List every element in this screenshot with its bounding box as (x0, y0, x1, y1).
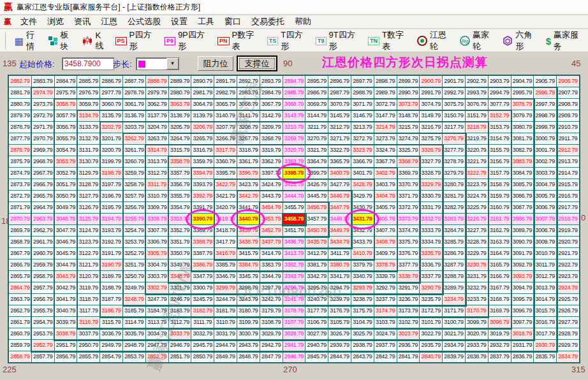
grid-cell: 2845.79 (305, 351, 328, 362)
grid-cell: 3431.79 (351, 214, 374, 224)
grid-cell: 2863.79 (9, 294, 31, 305)
grid-cell: 3178.79 (283, 305, 305, 316)
grid-cell: 2856.79 (55, 351, 77, 362)
grid-cell: 3196.79 (100, 191, 122, 201)
grid-cell: 3395.79 (214, 168, 237, 179)
grid-cell: 3213.79 (351, 122, 374, 133)
grid-cell: 3163.79 (489, 237, 511, 247)
grid-cell: 2999.79 (534, 122, 556, 133)
toolbar-button-gann-wheel[interactable]: 江恩轮 (413, 28, 456, 54)
grid-cell: 2880.79 (9, 99, 31, 110)
grid-cell: 2884.79 (55, 76, 77, 87)
grid-cell: 3245.79 (191, 294, 214, 305)
toolbar-button-9t-square[interactable]: T9 9T四方形 (312, 28, 364, 54)
grid-cell: 3060.79 (100, 99, 122, 110)
toolbar-button-quotes[interactable]: ▦ 行情 (11, 28, 45, 54)
start-price-label: 起始价格: (19, 59, 55, 70)
toolbar-button-winner-service[interactable]: $ 赢家服务 (542, 28, 588, 54)
grid-cell: 3360.79 (214, 156, 237, 167)
grid-cell: 3225.79 (466, 202, 488, 213)
grid-cell: 3310.79 (146, 191, 168, 201)
winner-wheel-icon: Big (460, 36, 470, 46)
toolbar-button-p-table[interactable]: PN P数字表 (214, 28, 263, 54)
grid-cell: 3017.79 (534, 328, 556, 339)
grid-cell: 2844.79 (328, 351, 351, 362)
menu-item-settings[interactable]: 设置 (166, 15, 193, 28)
grid-cell: 3079.79 (511, 110, 534, 121)
grid-cell: 3353.79 (169, 214, 191, 224)
grid-cell: 2837.79 (489, 351, 511, 362)
menu-item-gann[interactable]: 江恩 (96, 15, 122, 28)
grid-cell: 2897.79 (351, 76, 374, 87)
grid-cell: 3440.79 (237, 214, 260, 224)
grid-cell: 3266.79 (214, 133, 237, 144)
grid-cell: 3145.79 (328, 110, 351, 121)
grid-cell: 3424.79 (260, 179, 283, 190)
grid-cell: 3047.79 (55, 225, 77, 236)
grid-cell: 3104.79 (351, 317, 374, 328)
grid-cell: 3188.79 (100, 282, 122, 293)
grid-cell: 3417.79 (214, 237, 237, 247)
start-price-input[interactable] (62, 57, 114, 70)
grid-cell: 2977.79 (100, 87, 122, 98)
grid-cell: 2875.79 (9, 156, 31, 167)
grid-cell: 3455.79 (283, 202, 305, 213)
grid-cell: 3252.79 (123, 248, 145, 259)
resistance-button[interactable]: 阻力位 (198, 56, 233, 71)
grid-cell: 3319.79 (260, 145, 283, 156)
chevron-down-icon[interactable]: ▼ (166, 58, 179, 69)
grid-cell: 3419.79 (214, 214, 237, 224)
grid-cell: 3379.79 (351, 259, 374, 270)
grid-cell: 2975.79 (55, 87, 77, 98)
grid-cell: 3141.79 (237, 110, 260, 121)
grid-cell: 3458.79 (283, 214, 305, 224)
menu-item-stock-picker[interactable]: 公式选股 (122, 15, 166, 28)
toolbar-button-t-square[interactable]: TS T四方形 (263, 28, 312, 54)
grid-cell: 3030.79 (237, 328, 260, 339)
grid-cell: 2996.79 (534, 87, 556, 98)
menu-item-window[interactable]: 窗口 (219, 15, 246, 28)
menu-item-browse[interactable]: 浏览 (42, 15, 69, 28)
step-combobox[interactable]: ▼ (136, 57, 179, 70)
grid-cell: 3110.79 (214, 317, 237, 328)
grid-cell: 3036.79 (100, 328, 122, 339)
grid-cell: 2839.79 (443, 351, 465, 362)
grid-cell: 3309.79 (146, 202, 168, 213)
grid-cell: 3437.79 (260, 237, 283, 247)
menu-item-trade[interactable]: 交易委托 (246, 15, 290, 28)
grid-cell: 3334.79 (420, 237, 442, 247)
menu-item-file[interactable]: 文件 (15, 15, 42, 28)
grid-cell: 3267.79 (237, 133, 260, 144)
grid-cell: 3081.79 (511, 133, 534, 144)
grid-cell: 2933.79 (466, 340, 488, 351)
toolbar-button-p-square[interactable]: PS P四方形 (112, 28, 161, 54)
toolbar-button-t-table[interactable]: TN T数字表 (364, 28, 413, 54)
grid-cell: 3436.79 (283, 237, 305, 247)
toolbar-button-sectors[interactable]: 板块 (45, 28, 78, 54)
grid-cell: 3004.79 (534, 179, 556, 190)
support-button[interactable]: 支撑位 (237, 56, 277, 71)
grid-cell: 3044.79 (55, 259, 77, 270)
menu-item-news[interactable]: 资讯 (69, 15, 96, 28)
grid-cell: 3264.79 (169, 133, 191, 144)
menu-item-tools[interactable]: 工具 (193, 15, 219, 28)
menu-item-help[interactable]: 帮助 (290, 15, 316, 28)
grid-cell: 2919.79 (557, 225, 579, 236)
toolbar-button-9p-square[interactable]: P9 9P四方形 (161, 28, 214, 54)
grid-cell: 3450.79 (305, 225, 328, 236)
toolbar-button-winner-wheel[interactable]: Big 赢家轮 (456, 28, 499, 54)
grid-cell: 3352.79 (169, 225, 191, 236)
grid-cell: 3052.79 (55, 168, 77, 179)
toolbar-button-hexagon[interactable]: 六角形 (499, 28, 541, 54)
grid-cell: 2907.79 (557, 87, 579, 98)
grid-cell: 2894.79 (283, 76, 305, 87)
grid-cell: 3063.79 (169, 99, 191, 110)
grid-cell: 2981.79 (191, 87, 214, 98)
grid-cell: 3279.79 (443, 168, 465, 179)
toolbar-button-kline[interactable]: K线 (78, 29, 111, 53)
grid-cell: 3283.79 (443, 214, 465, 224)
grid-cell: 3262.79 (123, 133, 145, 144)
grid-cell: 3143.79 (283, 110, 305, 121)
grid-cell: 3246.79 (169, 294, 191, 305)
grid-cell: 3175.79 (351, 305, 374, 316)
